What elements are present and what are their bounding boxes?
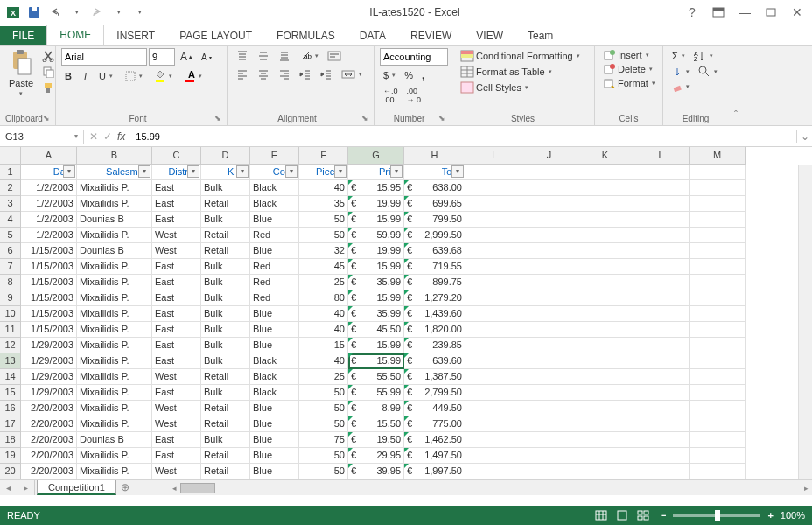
cell[interactable]: Mixailidis P. — [77, 369, 152, 385]
help-icon[interactable]: ? — [681, 4, 704, 21]
cell[interactable]: Mixailidis P. — [77, 275, 152, 290]
cut-icon[interactable] — [38, 48, 58, 64]
cell[interactable]: 2/20/2003 — [21, 401, 77, 416]
tab-view[interactable]: VIEW — [464, 26, 515, 46]
cell[interactable]: 50 — [299, 416, 348, 432]
cell[interactable]: 40 — [299, 306, 348, 322]
cell[interactable] — [690, 228, 746, 243]
cell[interactable]: Blue — [250, 416, 299, 432]
cell[interactable]: 75 — [299, 432, 348, 448]
col-header-F[interactable]: F — [299, 147, 348, 164]
cell[interactable]: Dounias B — [77, 212, 152, 228]
cell[interactable] — [522, 432, 578, 448]
cell[interactable]: €19.99 — [348, 196, 404, 212]
cell[interactable]: €2,999.50 — [404, 228, 466, 243]
header-cell[interactable]: Total▾ — [404, 164, 466, 180]
cell[interactable] — [578, 228, 634, 243]
cell[interactable]: 1/15/2003 — [21, 290, 77, 306]
cell[interactable]: Mixailidis P. — [77, 416, 152, 432]
cell[interactable]: 80 — [299, 290, 348, 306]
header-cell[interactable]: Date▾ — [21, 164, 77, 180]
cell[interactable] — [690, 180, 746, 196]
cell[interactable] — [690, 338, 746, 354]
cell[interactable]: 1/29/2003 — [21, 385, 77, 401]
cell[interactable] — [522, 196, 578, 212]
row-header-16[interactable]: 16 — [0, 401, 21, 416]
cell[interactable]: 2/20/2003 — [21, 448, 77, 464]
cell[interactable]: Mixailidis P. — [77, 448, 152, 464]
cell[interactable]: 1/15/2003 — [21, 306, 77, 322]
expand-formula-bar-icon[interactable]: ⌄ — [796, 130, 812, 143]
col-header-I[interactable]: I — [466, 147, 522, 164]
cell[interactable]: €1,997.50 — [404, 464, 466, 480]
cell[interactable]: Mixailidis P. — [77, 385, 152, 401]
cell[interactable]: Retail — [201, 228, 250, 243]
cell[interactable]: €699.65 — [404, 196, 466, 212]
cell[interactable]: West — [152, 243, 201, 259]
cell[interactable]: East — [152, 306, 201, 322]
cell[interactable]: €15.99 — [348, 354, 404, 369]
row-header-10[interactable]: 10 — [0, 306, 21, 322]
cell[interactable]: Mixailidis P. — [77, 196, 152, 212]
font-color-icon[interactable]: A — [181, 68, 206, 84]
cell[interactable] — [522, 401, 578, 416]
cell[interactable] — [578, 432, 634, 448]
cell[interactable]: €639.68 — [404, 243, 466, 259]
row-header-13[interactable]: 13 — [0, 354, 21, 369]
zoom-level[interactable]: 100% — [780, 510, 805, 521]
insert-function-icon[interactable]: fx — [117, 130, 125, 143]
align-top-icon[interactable] — [233, 48, 252, 64]
row-header-12[interactable]: 12 — [0, 338, 21, 354]
copy-icon[interactable] — [38, 64, 58, 80]
cell[interactable]: East — [152, 448, 201, 464]
cell[interactable]: Black — [250, 354, 299, 369]
col-header-L[interactable]: L — [634, 147, 690, 164]
cell[interactable] — [578, 464, 634, 480]
header-cell[interactable] — [634, 164, 690, 180]
qat-customize[interactable] — [130, 3, 149, 22]
align-center-icon[interactable] — [254, 66, 273, 82]
number-launcher[interactable]: ⬊ — [438, 114, 445, 122]
cell[interactable]: €39.95 — [348, 464, 404, 480]
cell[interactable]: Blue — [250, 243, 299, 259]
accounting-format-icon[interactable]: $ — [380, 68, 399, 82]
cell[interactable] — [578, 180, 634, 196]
header-cell[interactable] — [466, 164, 522, 180]
tab-home[interactable]: HOME — [46, 24, 104, 46]
header-cell[interactable] — [522, 164, 578, 180]
cell[interactable]: Retail — [201, 464, 250, 480]
cell[interactable]: Mixailidis P. — [77, 354, 152, 369]
row-header-11[interactable]: 11 — [0, 322, 21, 338]
bold-icon[interactable]: B — [61, 69, 75, 83]
conditional-formatting-button[interactable]: Conditional Formatting — [457, 48, 584, 64]
cell[interactable] — [634, 290, 690, 306]
col-header-H[interactable]: H — [404, 147, 466, 164]
cell[interactable]: €449.50 — [404, 401, 466, 416]
cell[interactable]: Retail — [201, 369, 250, 385]
col-header-B[interactable]: B — [77, 147, 152, 164]
cell[interactable] — [690, 306, 746, 322]
cell[interactable]: Blue — [250, 448, 299, 464]
cell[interactable]: West — [152, 464, 201, 480]
cell[interactable]: €799.50 — [404, 212, 466, 228]
cell[interactable]: €239.85 — [404, 338, 466, 354]
save-icon[interactable] — [24, 3, 44, 22]
tab-data[interactable]: DATA — [347, 26, 398, 46]
header-cell[interactable]: Price▾ — [348, 164, 404, 180]
row-header-8[interactable]: 8 — [0, 275, 21, 290]
cell[interactable] — [634, 243, 690, 259]
cell[interactable]: 1/2/2003 — [21, 212, 77, 228]
row-header-19[interactable]: 19 — [0, 448, 21, 464]
cell[interactable] — [466, 180, 522, 196]
enter-formula-icon[interactable]: ✓ — [103, 130, 112, 143]
cell[interactable]: East — [152, 385, 201, 401]
cell[interactable]: €15.99 — [348, 338, 404, 354]
collapse-ribbon-icon[interactable]: ˆ — [728, 46, 744, 125]
align-left-icon[interactable] — [233, 66, 252, 82]
zoom-in-icon[interactable]: + — [767, 510, 773, 521]
cell[interactable] — [578, 338, 634, 354]
minimize-icon[interactable]: — — [733, 4, 756, 21]
cell[interactable]: Black — [250, 180, 299, 196]
cell[interactable] — [522, 354, 578, 369]
cell[interactable]: 32 — [299, 243, 348, 259]
